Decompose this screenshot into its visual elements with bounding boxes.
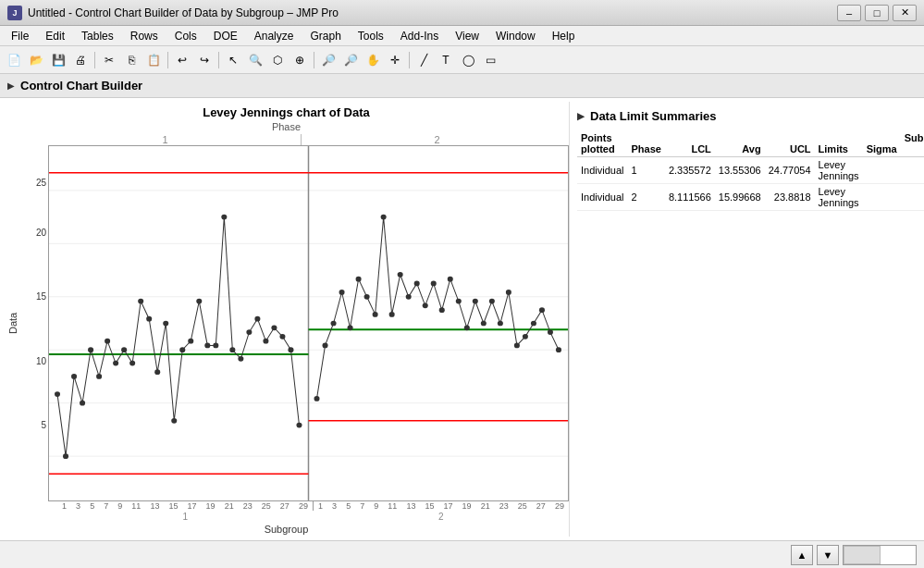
chart-svg [49,146,568,500]
menu-doe[interactable]: DOE [206,28,245,44]
svg-point-34 [221,215,227,220]
svg-point-65 [489,299,495,304]
svg-point-35 [229,347,235,352]
svg-point-48 [348,325,353,330]
lasso-tool[interactable]: ⊕ [290,50,310,70]
svg-point-72 [548,329,553,335]
menu-file[interactable]: File [4,28,36,44]
copy-button[interactable]: ⎘ [121,50,142,70]
app-icon: J [7,6,22,20]
panel-title: Control Chart Builder [20,79,142,93]
svg-point-30 [188,339,193,344]
open-button[interactable]: 📂 [26,50,46,70]
menu-rows[interactable]: Rows [123,28,166,44]
menu-analyze[interactable]: Analyze [247,28,302,44]
menu-tables[interactable]: Tables [74,28,121,44]
summary-triangle-icon[interactable]: ▶ [577,111,585,121]
toolbar-sep-5 [409,52,410,68]
x-axis-ticks: 13579 1113151719 2123252729 13579 111315… [57,501,569,511]
brush-tool[interactable]: ⬡ [267,50,288,70]
svg-point-64 [481,321,487,327]
window-title: Untitled - Control Chart Builder of Data… [28,6,339,19]
close-button[interactable]: ✕ [893,5,917,21]
cut-button[interactable]: ✂ [99,50,119,70]
save-button[interactable]: 💾 [48,50,68,70]
scroll-down-button[interactable]: ▼ [817,545,839,565]
y-axis-ticks: 25 20 15 10 5 [22,145,48,501]
paste-button[interactable]: 📋 [143,50,164,70]
panel-triangle-icon[interactable]: ▶ [7,80,15,91]
zoom-out-button[interactable]: 🔎 [340,50,361,70]
chart-container: Levey Jennings chart of Data Phase 1 2 D… [0,98,924,540]
svg-point-40 [271,325,277,330]
menu-window[interactable]: Window [488,28,543,44]
scrollbar-container [843,545,917,565]
menu-cols[interactable]: Cols [167,28,204,44]
svg-point-60 [448,277,453,282]
row1-limits: Levey Jennings [815,157,863,184]
summary-header: ▶ Data Limit Summaries [577,109,913,123]
text-tool[interactable]: T [436,50,456,70]
svg-point-58 [431,281,437,287]
svg-point-47 [339,290,345,295]
undo-button[interactable]: ↩ [172,50,192,70]
minimize-button[interactable]: – [837,5,861,21]
chart-inner: Data 25 20 15 10 5 [4,145,569,501]
select-tool[interactable]: ↖ [223,50,243,70]
rect-tool[interactable]: ▭ [480,50,500,70]
svg-point-63 [473,299,478,304]
svg-point-56 [414,281,420,287]
svg-point-27 [163,321,168,327]
svg-point-19 [96,374,102,379]
hand-tool[interactable]: ✋ [363,50,383,70]
svg-point-38 [254,316,260,322]
col-header-avg: Avg [715,130,765,157]
svg-point-45 [323,343,328,349]
menu-edit[interactable]: Edit [38,28,72,44]
maximize-button[interactable]: □ [865,5,889,21]
zoom-tool[interactable]: 🔍 [245,50,265,70]
svg-point-28 [171,418,177,424]
row1-lcl: 2.335572 [665,157,715,184]
svg-point-54 [398,272,403,278]
zoom-in-button[interactable]: 🔎 [318,50,339,70]
svg-point-33 [213,343,218,349]
shape-tool[interactable]: ◯ [458,50,478,70]
row2-sigma [863,184,901,211]
crosshair-tool[interactable]: ✛ [385,50,405,70]
menu-view[interactable]: View [448,28,487,44]
phase1-top-label: 1 [33,134,302,145]
row2-ucl: 23.8818 [765,184,815,211]
new-button[interactable]: 📄 [4,50,24,70]
print-button[interactable]: 🖨 [70,50,91,70]
svg-point-71 [539,307,545,313]
svg-point-24 [138,299,143,304]
menu-tools[interactable]: Tools [351,28,391,44]
chart-title: Levey Jennings chart of Data [4,102,569,121]
x-axis-label: Subgroup [4,522,569,537]
svg-point-41 [279,334,285,340]
menu-addins[interactable]: Add-Ins [393,28,446,44]
svg-point-20 [105,339,110,344]
toolbar-sep-3 [218,52,219,68]
svg-point-53 [389,312,395,317]
scrollbar-thumb[interactable] [844,546,881,564]
right-panel: ▶ Data Limit Summaries Pointsplotted Pha… [569,102,920,537]
row2-phase: 2 [627,184,664,211]
menu-help[interactable]: Help [545,28,583,44]
col-header-sigma: Sigma [863,130,901,157]
toolbar: 📄 📂 💾 🖨 ✂ ⎘ 📋 ↩ ↪ ↖ 🔍 ⬡ ⊕ 🔎 🔎 ✋ ✛ ╱ T ◯ … [0,46,924,74]
chart-plot-area[interactable] [48,145,569,501]
menu-graph[interactable]: Graph [302,28,348,44]
col-header-phase: Phase [627,130,664,157]
line-tool[interactable]: ╱ [413,50,434,70]
chart-phase-label: Phase [4,121,569,132]
scroll-up-button[interactable]: ▲ [791,545,813,565]
svg-point-43 [296,423,302,428]
chart-area: Levey Jennings chart of Data Phase 1 2 D… [4,102,569,537]
table-row: Individual 1 2.335572 13.55306 24.77054 … [577,157,924,184]
svg-point-18 [88,347,93,352]
redo-button[interactable]: ↪ [194,50,215,70]
main-content: ▶ Control Chart Builder Levey Jennings c… [0,74,924,540]
y-axis-label: Data [4,145,22,501]
